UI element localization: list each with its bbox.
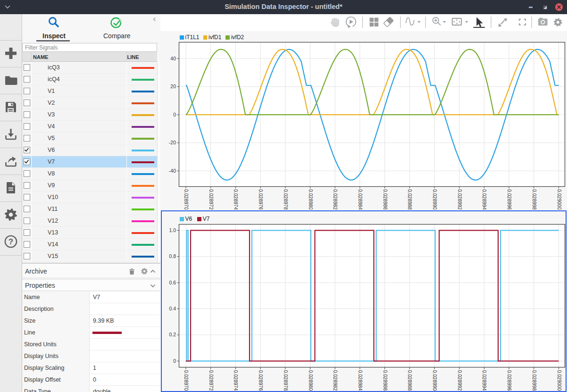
- svg-text:20: 20: [170, 83, 176, 89]
- svg-text:0.028974: 0.028974: [233, 370, 239, 391]
- svg-text:0.028982: 0.028982: [333, 189, 338, 209]
- svg-text:0.028972: 0.028972: [208, 189, 214, 209]
- svg-text:0.028970: 0.028970: [183, 189, 189, 209]
- svg-text:0.028978: 0.028978: [283, 189, 289, 209]
- svg-text:0.028976: 0.028976: [258, 370, 264, 391]
- svg-text:0.028988: 0.028988: [407, 189, 413, 209]
- svg-text:0.028998: 0.028998: [532, 370, 537, 391]
- svg-text:0.028980: 0.028980: [308, 189, 314, 209]
- svg-text:0.029000: 0.029000: [557, 370, 562, 391]
- svg-text:0.029000: 0.029000: [557, 189, 562, 209]
- svg-text:0.028994: 0.028994: [482, 189, 487, 209]
- svg-text:0.028996: 0.028996: [507, 370, 512, 391]
- svg-text:0.028974: 0.028974: [233, 189, 239, 209]
- svg-text:0.028986: 0.028986: [383, 370, 388, 391]
- svg-text:0.4: 0.4: [169, 306, 176, 311]
- svg-text:0.028982: 0.028982: [333, 370, 338, 391]
- svg-text:0: 0: [173, 358, 176, 364]
- svg-text:0.028986: 0.028986: [383, 189, 388, 209]
- svg-text:1.0: 1.0: [169, 227, 176, 233]
- svg-text:-40: -40: [169, 168, 176, 174]
- svg-text:0.028992: 0.028992: [457, 189, 463, 209]
- svg-text:0.028984: 0.028984: [358, 189, 363, 209]
- svg-text:40: 40: [170, 56, 176, 61]
- svg-text:0.028994: 0.028994: [482, 370, 487, 391]
- svg-text:0.028990: 0.028990: [432, 370, 438, 391]
- svg-text:0.028978: 0.028978: [283, 370, 289, 391]
- svg-text:0.028992: 0.028992: [457, 370, 463, 391]
- svg-text:0.028972: 0.028972: [208, 370, 214, 391]
- svg-text:0.8: 0.8: [169, 253, 176, 259]
- svg-text:0.2: 0.2: [169, 332, 176, 337]
- svg-text:0.028998: 0.028998: [532, 189, 537, 209]
- svg-text:0.028990: 0.028990: [432, 189, 438, 209]
- svg-text:0.028996: 0.028996: [507, 189, 512, 209]
- svg-text:0.028988: 0.028988: [407, 370, 413, 391]
- svg-text:0.028980: 0.028980: [308, 370, 314, 391]
- svg-text:0.028970: 0.028970: [183, 370, 189, 391]
- svg-text:0.028976: 0.028976: [258, 189, 264, 209]
- svg-text:?: ?: [8, 237, 13, 246]
- svg-text:-20: -20: [169, 140, 176, 145]
- svg-text:0: 0: [173, 112, 176, 117]
- svg-text:0.028984: 0.028984: [358, 370, 363, 391]
- svg-text:0.6: 0.6: [169, 280, 176, 285]
